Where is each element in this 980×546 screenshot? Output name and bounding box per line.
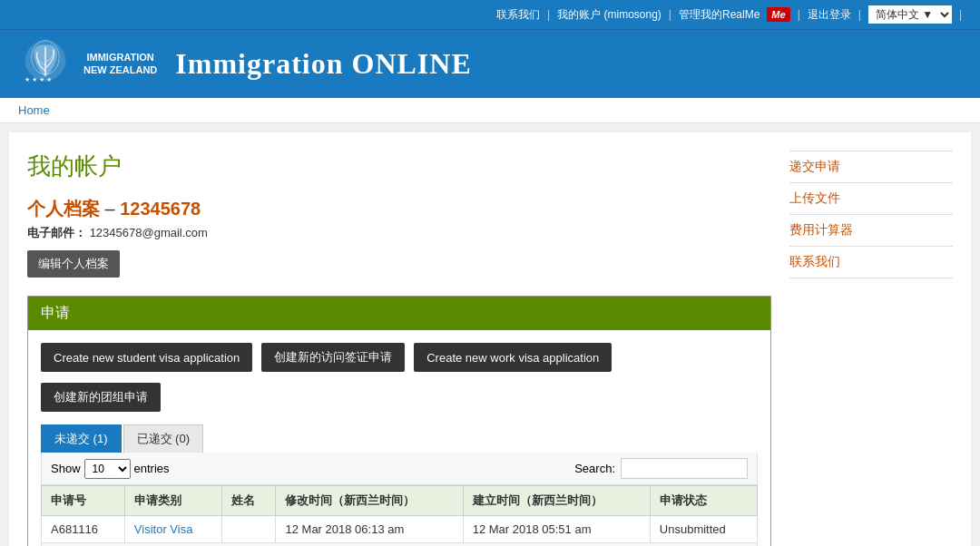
application-buttons-row1: Create new student visa application 创建新的… — [41, 343, 758, 372]
sidebar-link-upload[interactable]: 上传文件 — [789, 183, 953, 215]
search-area: Search: — [574, 458, 748, 479]
applications-section: 申请 Create new student visa application 创… — [27, 296, 771, 546]
cell-type[interactable]: Visitor Visa — [124, 516, 222, 543]
new-group-application-button[interactable]: 创建新的团组申请 — [41, 383, 161, 412]
content-area: 我的帐户 个人档案 – 12345678 电子邮件： 12345678@gmai… — [27, 151, 771, 546]
search-label: Search: — [574, 462, 615, 475]
breadcrumb-bar: Home — [0, 98, 980, 123]
main-container: 我的帐户 个人档案 – 12345678 电子邮件： 12345678@gmai… — [9, 132, 971, 546]
col-header-modified: 修改时间（新西兰时间） — [276, 486, 463, 516]
edit-profile-button[interactable]: 编辑个人档案 — [27, 250, 120, 278]
search-input[interactable] — [621, 458, 748, 479]
col-header-name: 姓名 — [222, 486, 276, 516]
col-header-status: 申请状态 — [650, 486, 757, 516]
cell-status: Unsubmitted — [650, 516, 757, 543]
col-header-created: 建立时间（新西兰时间） — [463, 486, 650, 516]
cell-id: A681116 — [42, 516, 125, 543]
sidebar-link-contact[interactable]: 联系我们 — [789, 247, 953, 278]
show-label: Show — [51, 462, 81, 475]
sidebar-link-submit[interactable]: 递交申请 — [789, 151, 953, 183]
email-line: 电子邮件： 12345678@gmail.com — [27, 225, 771, 241]
col-header-type: 申请类别 — [124, 486, 222, 516]
logout-link[interactable]: 退出登录 — [808, 7, 851, 23]
sidebar: 递交申请 上传文件 费用计算器 联系我们 — [789, 151, 953, 546]
manage-realme-link[interactable]: 管理我的RealMe — [679, 7, 760, 23]
applications-body: Create new student visa application 创建新的… — [28, 330, 770, 546]
site-title: Immigration ONLINE — [175, 47, 471, 81]
sep5: | — [959, 8, 962, 21]
email-value: 12345678@gmail.com — [90, 226, 208, 239]
logo-text: IMMIGRATION NEW ZEALAND — [83, 52, 157, 75]
sidebar-link-fees[interactable]: 费用计算器 — [789, 215, 953, 247]
sep2: | — [669, 8, 671, 21]
tab-submitted[interactable]: 已递交 (0) — [123, 424, 204, 453]
col-header-id: 申请号 — [42, 486, 125, 516]
breadcrumb-home[interactable]: Home — [18, 103, 50, 117]
entries-label: entries — [134, 462, 170, 475]
tab-unsubmitted[interactable]: 未递交 (1) — [41, 424, 122, 453]
show-entries: Show 10 25 50 100 entries — [51, 459, 170, 479]
table-row: A681116 Visitor Visa 12 Mar 2018 06:13 a… — [42, 516, 758, 543]
profile-name: 个人档案 – 12345678 — [27, 197, 771, 221]
logo-area: ★ ★ ★ ★ IMMIGRATION NEW ZEALAND — [18, 39, 157, 89]
cell-modified: 12 Mar 2018 06:13 am — [276, 516, 463, 543]
svg-text:★ ★ ★ ★: ★ ★ ★ ★ — [24, 76, 52, 83]
profile-section: 个人档案 – 12345678 电子邮件： 12345678@gmail.com… — [27, 197, 771, 278]
new-work-visa-button[interactable]: Create new work visa application — [414, 343, 612, 372]
sep3: | — [798, 8, 800, 21]
new-visitor-visa-button[interactable]: 创建新的访问签证申请 — [261, 343, 405, 372]
applications-header: 申请 — [28, 297, 770, 330]
top-bar: 联系我们 | 我的账户 (mimosong) | 管理我的RealMe Me |… — [0, 0, 980, 29]
site-header: ★ ★ ★ ★ IMMIGRATION NEW ZEALAND Immigrat… — [0, 29, 980, 98]
language-select[interactable]: 简体中文 ▼ English — [868, 5, 952, 24]
sep1: | — [547, 8, 550, 21]
cell-name — [222, 516, 276, 543]
tabs: 未递交 (1) 已递交 (0) — [41, 424, 758, 453]
page-title: 我的帐户 — [27, 151, 771, 182]
nz-immigration-logo: ★ ★ ★ ★ — [18, 39, 73, 89]
applications-table: 申请号 申请类别 姓名 修改时间（新西兰时间） 建立时间（新西兰时间） 申请状态… — [41, 485, 758, 543]
application-buttons-row2: 创建新的团组申请 — [41, 383, 758, 412]
new-student-visa-button[interactable]: Create new student visa application — [41, 343, 252, 372]
sep4: | — [858, 8, 861, 21]
cell-created: 12 Mar 2018 05:51 am — [463, 516, 650, 543]
account-link[interactable]: 我的账户 (mimosong) — [557, 7, 662, 23]
entries-select[interactable]: 10 25 50 100 — [84, 459, 131, 479]
table-controls: Show 10 25 50 100 entries Search: — [41, 453, 758, 485]
contact-link[interactable]: 联系我们 — [496, 7, 540, 23]
realme-badge: Me — [767, 7, 789, 22]
table-header-row: 申请号 申请类别 姓名 修改时间（新西兰时间） 建立时间（新西兰时间） 申请状态 — [42, 486, 758, 516]
